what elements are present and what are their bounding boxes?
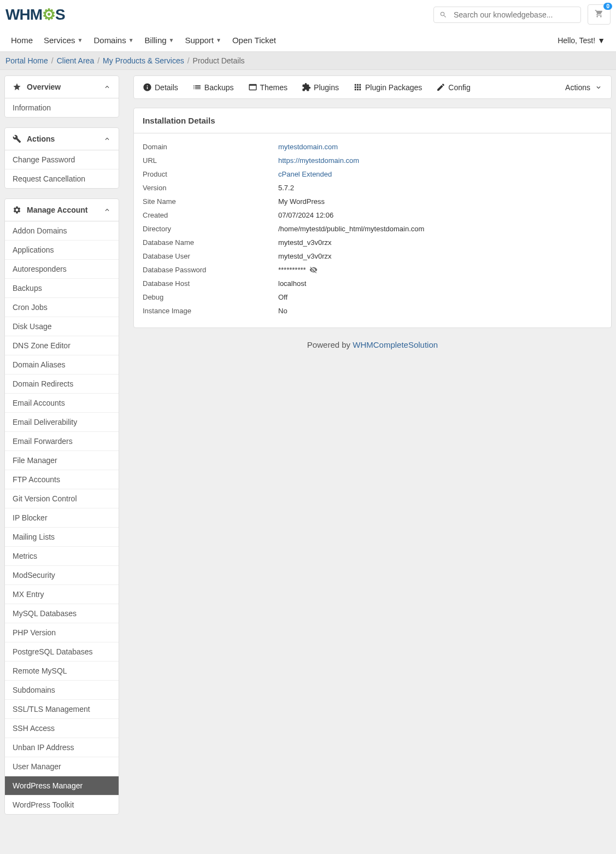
- breadcrumb-sep: /: [97, 56, 99, 65]
- star-icon: [13, 83, 21, 91]
- sidebar-item-subdomains[interactable]: Subdomains: [5, 681, 119, 700]
- detail-value: **********: [278, 266, 318, 274]
- sidebar-item-unban-ip-address[interactable]: Unban IP Address: [5, 738, 119, 757]
- tab-config[interactable]: Config: [436, 83, 470, 92]
- detail-row: Database Hostlocalhost: [143, 277, 602, 290]
- logo-text-main: WHM: [5, 6, 42, 23]
- detail-label: Debug: [143, 293, 278, 301]
- caret-down-icon: ▼: [169, 37, 174, 43]
- breadcrumb-link[interactable]: Portal Home: [5, 56, 48, 65]
- caret-down-icon: ▼: [216, 37, 221, 43]
- cart-icon: [595, 9, 603, 18]
- main-wrap: Overview Information Actions Change Pass…: [0, 70, 616, 830]
- detail-row: Directory/home/mytestd/public_html/mytes…: [143, 222, 602, 236]
- detail-row: Database Usermytestd_v3v0rzx: [143, 249, 602, 263]
- eye-off-icon[interactable]: [309, 266, 318, 274]
- sidebar-item-backups[interactable]: Backups: [5, 279, 119, 298]
- sidebar-item-change-password[interactable]: Change Password: [5, 150, 119, 169]
- tab-themes[interactable]: Themes: [248, 83, 288, 92]
- tab-details-label: Details: [155, 83, 178, 92]
- nav-left: HomeServices▼Domains▼Billing▼Support▼Ope…: [5, 29, 281, 51]
- detail-value[interactable]: cPanel Extended: [278, 170, 332, 178]
- sidebar-item-php-version[interactable]: PHP Version: [5, 623, 119, 642]
- sidebar-item-mailing-lists[interactable]: Mailing Lists: [5, 528, 119, 547]
- nav-billing[interactable]: Billing▼: [139, 29, 180, 51]
- sidebar-item-ssl-tls-management[interactable]: SSL/TLS Management: [5, 700, 119, 719]
- cart-badge: 0: [603, 3, 612, 10]
- sidebar-item-domain-aliases[interactable]: Domain Aliases: [5, 355, 119, 375]
- sidebar-item-file-manager[interactable]: File Manager: [5, 451, 119, 470]
- actions-header[interactable]: Actions: [5, 128, 119, 150]
- logo[interactable]: WHM⚙S: [5, 5, 65, 24]
- detail-value: mytestd_v3v0rzx: [278, 252, 332, 260]
- nav-support[interactable]: Support▼: [179, 29, 226, 51]
- sidebar-item-domain-redirects[interactable]: Domain Redirects: [5, 375, 119, 394]
- nav-item-label: Domains: [93, 36, 126, 45]
- detail-label: Site Name: [143, 197, 278, 206]
- info-icon: [143, 83, 152, 92]
- sidebar-item-cron-jobs[interactable]: Cron Jobs: [5, 298, 119, 317]
- sidebar-item-email-accounts[interactable]: Email Accounts: [5, 394, 119, 413]
- breadcrumb-link[interactable]: My Products & Services: [103, 56, 184, 65]
- sidebar-item-git-version-control[interactable]: Git Version Control: [5, 489, 119, 508]
- password-mask: **********: [278, 266, 306, 274]
- tab-backups[interactable]: Backups: [192, 83, 234, 92]
- overview-panel: Overview Information: [4, 75, 119, 118]
- manage-header[interactable]: Manage Account: [5, 199, 119, 221]
- search-box[interactable]: [433, 7, 581, 23]
- breadcrumb-link[interactable]: Client Area: [57, 56, 94, 65]
- sidebar-item-mysql-databases[interactable]: MySQL Databases: [5, 604, 119, 623]
- detail-label: URL: [143, 156, 278, 165]
- sidebar-item-email-forwarders[interactable]: Email Forwarders: [5, 432, 119, 451]
- top-header: WHM⚙S 0: [0, 0, 616, 29]
- search-input[interactable]: [454, 10, 575, 19]
- sidebar-item-wordpress-toolkit[interactable]: WordPress Toolkit: [5, 795, 119, 814]
- sidebar-item-wordpress-manager[interactable]: WordPress Manager: [5, 776, 119, 795]
- sidebar-item-postgresql-databases[interactable]: PostgreSQL Databases: [5, 642, 119, 662]
- sidebar-item-request-cancellation[interactable]: Request Cancellation: [5, 169, 119, 188]
- sidebar-item-metrics[interactable]: Metrics: [5, 547, 119, 566]
- sidebar-item-mx-entry[interactable]: MX Entry: [5, 585, 119, 604]
- tab-bar: Details Backups Themes Plugins Plugin Pa…: [133, 75, 612, 99]
- detail-row: Instance ImageNo: [143, 304, 602, 318]
- sidebar-item-user-manager[interactable]: User Manager: [5, 757, 119, 776]
- manage-panel: Manage Account Addon DomainsApplications…: [4, 198, 119, 815]
- detail-row: Version5.7.2: [143, 181, 602, 195]
- installation-details-card: Installation Details Domainmytestdomain.…: [133, 108, 612, 328]
- sidebar-item-remote-mysql[interactable]: Remote MySQL: [5, 662, 119, 681]
- detail-value: 5.7.2: [278, 184, 294, 192]
- detail-value: /home/mytestd/public_html/mytestdomain.c…: [278, 225, 424, 233]
- footer: Powered by WHMCompleteSolution: [133, 336, 612, 360]
- tab-plugin-packages[interactable]: Plugin Packages: [353, 83, 422, 92]
- sidebar-item-autoresponders[interactable]: Autoresponders: [5, 260, 119, 279]
- detail-label: Created: [143, 211, 278, 219]
- sidebar-item-addon-domains[interactable]: Addon Domains: [5, 221, 119, 241]
- list-icon: [192, 83, 202, 92]
- nav-home[interactable]: Home: [5, 29, 38, 51]
- nav-domains[interactable]: Domains▼: [88, 29, 139, 51]
- sidebar-item-disk-usage[interactable]: Disk Usage: [5, 317, 119, 336]
- nav-services[interactable]: Services▼: [38, 29, 88, 51]
- user-greeting[interactable]: Hello, Test! ▼: [552, 30, 611, 51]
- sidebar-item-ftp-accounts[interactable]: FTP Accounts: [5, 470, 119, 489]
- overview-header[interactable]: Overview: [5, 76, 119, 98]
- tab-actions[interactable]: Actions: [565, 83, 602, 92]
- sidebar-item-ssh-access[interactable]: SSH Access: [5, 719, 119, 738]
- detail-value[interactable]: mytestdomain.com: [278, 143, 338, 151]
- sidebar-item-information[interactable]: Information: [5, 98, 119, 117]
- nav-open-ticket[interactable]: Open Ticket: [227, 29, 281, 51]
- caret-down-icon: ▼: [78, 37, 83, 43]
- sidebar-item-applications[interactable]: Applications: [5, 241, 119, 260]
- sidebar-item-dns-zone-editor[interactable]: DNS Zone Editor: [5, 336, 119, 355]
- sidebar-item-email-deliverability[interactable]: Email Deliverability: [5, 413, 119, 432]
- nav-bar: HomeServices▼Domains▼Billing▼Support▼Ope…: [0, 29, 616, 52]
- sidebar-item-modsecurity[interactable]: ModSecurity: [5, 566, 119, 585]
- nav-item-label: Billing: [145, 36, 167, 45]
- detail-label: Instance Image: [143, 307, 278, 315]
- tab-plugins[interactable]: Plugins: [302, 83, 339, 92]
- tab-details[interactable]: Details: [143, 83, 178, 92]
- footer-link[interactable]: WHMCompleteSolution: [353, 340, 438, 349]
- cart-button[interactable]: 0: [588, 4, 611, 25]
- sidebar-item-ip-blocker[interactable]: IP Blocker: [5, 508, 119, 528]
- detail-value[interactable]: https://mytestdomain.com: [278, 156, 359, 165]
